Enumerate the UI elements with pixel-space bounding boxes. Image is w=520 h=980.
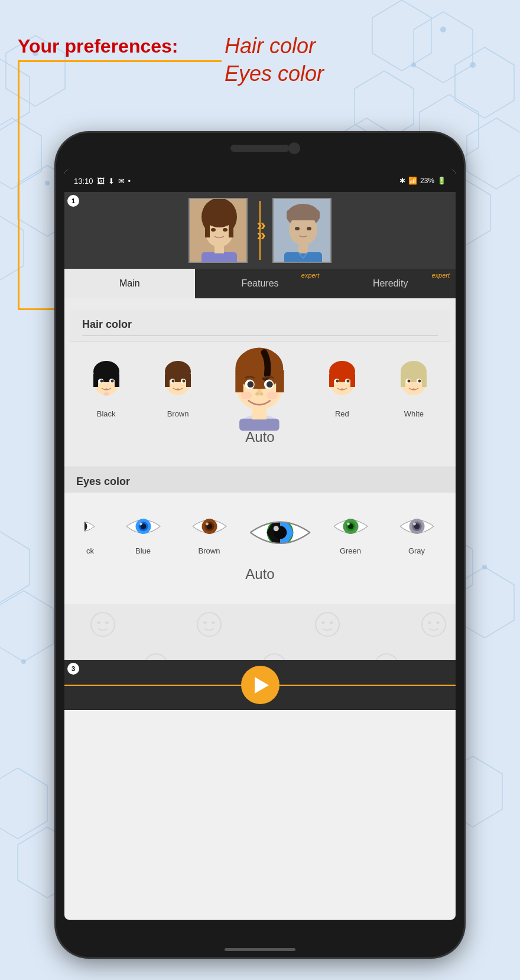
tab-features-label: Features bbox=[241, 278, 278, 289]
bluetooth-icon: ✱ bbox=[399, 177, 405, 185]
svg-point-134 bbox=[330, 621, 333, 624]
svg-point-74 bbox=[237, 349, 282, 378]
svg-point-136 bbox=[428, 621, 431, 624]
svg-point-103 bbox=[412, 388, 415, 390]
svg-point-114 bbox=[206, 523, 209, 526]
svg-point-29 bbox=[482, 565, 487, 569]
svg-point-125 bbox=[413, 523, 416, 526]
eyes-color-section: ck Blue bbox=[64, 493, 456, 604]
status-bar-right: ✱ 📶 23% 🔋 bbox=[399, 177, 446, 185]
eye-blue-option[interactable]: Blue bbox=[124, 510, 162, 555]
hair-red-label: Red bbox=[335, 409, 349, 418]
svg-point-137 bbox=[436, 621, 440, 624]
eye-black-option[interactable]: ck bbox=[84, 510, 96, 555]
svg-point-54 bbox=[100, 380, 103, 383]
bottom-section: 3 bbox=[64, 604, 456, 710]
svg-rect-52 bbox=[115, 374, 119, 387]
svg-point-131 bbox=[212, 621, 215, 624]
svg-point-110 bbox=[139, 523, 142, 526]
eyes-color-title: Eyes color bbox=[76, 476, 130, 487]
svg-rect-75 bbox=[236, 370, 244, 392]
hair-red-option[interactable]: Red bbox=[321, 359, 363, 418]
battery-text: 23% bbox=[420, 177, 434, 185]
svg-rect-48 bbox=[298, 244, 308, 253]
eyes-color-options: ck Blue bbox=[70, 504, 450, 561]
svg-point-128 bbox=[105, 621, 109, 624]
chevron-icon: »» bbox=[256, 220, 264, 240]
svg-point-46 bbox=[307, 227, 311, 230]
hair-color-title: Hair color bbox=[82, 318, 132, 330]
eye-brown-option[interactable]: Brown bbox=[190, 510, 229, 555]
svg-point-64 bbox=[172, 380, 175, 383]
svg-rect-36 bbox=[229, 220, 233, 237]
svg-rect-97 bbox=[401, 374, 405, 387]
phone-screen: 13:10 🖼 ⬇ ✉ • ✱ 📶 23% 🔋 1 bbox=[64, 170, 456, 920]
svg-point-126 bbox=[91, 613, 115, 636]
svg-rect-51 bbox=[93, 374, 98, 387]
male-photo[interactable] bbox=[272, 198, 332, 263]
svg-point-121 bbox=[347, 523, 350, 526]
svg-rect-98 bbox=[422, 374, 427, 387]
phone-frame: 13:10 🖼 ⬇ ✉ • ✱ 📶 23% 🔋 1 bbox=[56, 133, 464, 957]
svg-rect-39 bbox=[202, 252, 237, 263]
female-photo[interactable] bbox=[188, 198, 248, 263]
svg-point-132 bbox=[316, 613, 339, 636]
hair-auto-option[interactable] bbox=[218, 335, 302, 431]
svg-point-30 bbox=[21, 659, 26, 664]
svg-rect-44 bbox=[287, 210, 320, 220]
photo-section: 1 bbox=[64, 192, 456, 269]
hair-white-label: White bbox=[404, 409, 424, 418]
svg-point-93 bbox=[346, 380, 349, 383]
phone-speaker bbox=[230, 145, 290, 152]
svg-point-102 bbox=[418, 380, 421, 383]
tab-heredity[interactable]: Heredity expert bbox=[325, 269, 456, 298]
svg-point-58 bbox=[105, 388, 108, 390]
phone-camera bbox=[288, 142, 300, 154]
tab-heredity-expert: expert bbox=[431, 272, 450, 279]
photo-icon: 🖼 bbox=[97, 177, 105, 185]
tab-main-label: Main bbox=[119, 278, 140, 289]
bottom-bar: 3 bbox=[64, 660, 456, 710]
hair-white-option[interactable]: White bbox=[393, 359, 434, 418]
eyes-color-annotation: Eyes color bbox=[225, 60, 324, 88]
eye-black-label: ck bbox=[86, 546, 94, 555]
annotation-line-vertical bbox=[18, 60, 20, 308]
tab-features[interactable]: Features expert bbox=[195, 269, 326, 298]
tab-bar: Main Features expert Heredity expert bbox=[64, 269, 456, 298]
home-indicator bbox=[225, 948, 295, 951]
annotation-text: Your preferences: bbox=[18, 35, 178, 57]
play-button[interactable] bbox=[241, 666, 280, 704]
svg-point-91 bbox=[336, 380, 339, 383]
eye-auto-option[interactable] bbox=[247, 508, 313, 558]
hair-color-section: Hair color Black bbox=[64, 298, 456, 467]
hair-brown-option[interactable]: Brown bbox=[157, 359, 199, 418]
svg-point-130 bbox=[203, 621, 207, 624]
svg-point-27 bbox=[45, 181, 50, 185]
eye-green-option[interactable]: Green bbox=[332, 510, 370, 555]
svg-rect-62 bbox=[186, 374, 191, 387]
download-icon: ⬇ bbox=[108, 177, 115, 185]
svg-point-127 bbox=[97, 621, 100, 624]
eye-gray-label: Gray bbox=[408, 546, 425, 555]
eyes-auto-label: Auto bbox=[70, 561, 450, 592]
photo-badge-top: 1 bbox=[67, 195, 79, 207]
mail-icon: ✉ bbox=[118, 177, 125, 185]
svg-point-67 bbox=[177, 388, 179, 390]
tab-main[interactable]: Main bbox=[64, 269, 195, 298]
hair-brown-label: Brown bbox=[167, 409, 189, 418]
hair-black-option[interactable]: Black bbox=[86, 359, 127, 418]
svg-point-25 bbox=[411, 63, 416, 67]
svg-point-57 bbox=[103, 392, 109, 396]
svg-point-45 bbox=[295, 227, 300, 230]
tab-heredity-label: Heredity bbox=[373, 278, 408, 289]
eyes-color-header: Eyes color bbox=[64, 467, 456, 493]
svg-point-56 bbox=[110, 380, 113, 383]
svg-rect-40 bbox=[214, 245, 224, 253]
tab-features-expert: expert bbox=[301, 272, 320, 279]
svg-rect-88 bbox=[329, 374, 334, 387]
battery-icon: 🔋 bbox=[437, 177, 446, 185]
svg-rect-35 bbox=[205, 220, 210, 237]
bottom-badge: 3 bbox=[67, 663, 79, 675]
svg-point-100 bbox=[408, 380, 411, 383]
eye-gray-option[interactable]: Gray bbox=[398, 510, 436, 555]
